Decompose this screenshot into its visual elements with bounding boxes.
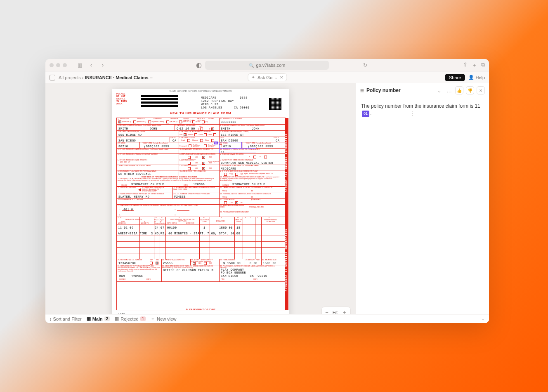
- url-text: go.v7labs.com: [256, 63, 286, 68]
- nav-forward-icon[interactable]: ›: [98, 61, 107, 70]
- panel-more-icon[interactable]: …: [446, 87, 452, 94]
- browser-titlebar: ▥ ‹ › 🔍 go.v7labs.com ↻ ⇧ ＋ ⧉: [45, 59, 489, 71]
- panel-title: Policy number: [366, 87, 401, 93]
- form-footer: PLEASE PRINT OR TYPE: [112, 308, 289, 311]
- panel-header: ☰ Policy number ⌄ … 👍 👎 ✕: [356, 83, 489, 98]
- citation-chip[interactable]: 01: [362, 111, 369, 117]
- watermark-url: visit: www.paris-software.com/samples/wo…: [112, 90, 289, 92]
- document-panel: visit: www.paris-software.com/samples/wo…: [45, 83, 356, 323]
- traffic-close[interactable]: [50, 63, 54, 67]
- thumbs-down-button[interactable]: 👎: [466, 86, 474, 94]
- breadcrumb-root[interactable]: All projects: [59, 75, 81, 80]
- share-button[interactable]: Share: [445, 74, 465, 81]
- thumbs-up-button[interactable]: 👍: [455, 86, 463, 94]
- tabs-icon[interactable]: ⧉: [481, 61, 485, 69]
- view-tabs-strip: ↕ Sort and Filter ▦ Main 2 ▦ Rejected 1 …: [45, 314, 489, 323]
- insured-name: SMITH JOHN: [221, 127, 260, 130]
- view-tab-rejected[interactable]: ▦ Rejected 1: [115, 316, 146, 321]
- chk-medicare: [118, 120, 121, 123]
- form-body: CARRIER PATIENT AND INSURED INFORMATION …: [116, 118, 286, 310]
- breadcrumb-current[interactable]: INSURANCE · Medical Claims: [85, 75, 149, 80]
- highlight-policy-number: [219, 148, 256, 153]
- panel-body-more-icon[interactable]: ⋮: [410, 111, 415, 116]
- chk-medicaid: [133, 120, 136, 123]
- breadcrumb[interactable]: All projects › INSURANCE · Medical Claim…: [59, 75, 154, 80]
- traffic-lights: [50, 63, 67, 67]
- carrier-block: MEDICARE 0555 1212 HOSPITAL WAY WING C 9…: [201, 96, 250, 109]
- traffic-max[interactable]: [63, 63, 67, 67]
- browser-window: ◐ ▥ ‹ › 🔍 go.v7labs.com ↻ ⇧ ＋ ⧉ All proj…: [45, 59, 489, 323]
- new-tab-icon[interactable]: ＋: [472, 61, 477, 69]
- employer-name: WORKFLOW GEN MEDICAL CENTER: [221, 161, 273, 165]
- patient-name: SMITH JOHN C: [118, 127, 179, 130]
- vtext-carrier: CARRIER: [285, 95, 288, 116]
- vtext-patient: PATIENT AND INSURED INFORMATION: [285, 122, 288, 192]
- tab-pin-icon[interactable]: ⌵: [275, 75, 277, 80]
- side-panel: ☰ Policy number ⌄ … 👍 👎 ✕ The policy num…: [356, 83, 489, 323]
- help-button[interactable]: 👤 Help: [468, 75, 485, 80]
- reload-icon[interactable]: ↻: [361, 61, 370, 70]
- qr-code: [269, 98, 281, 110]
- patient-address: 555 RIDGE RD: [118, 133, 142, 137]
- chk-champva: [166, 120, 169, 123]
- center-tab[interactable]: ✦ Ask Go ⌵ ✕: [248, 73, 287, 81]
- patient-zip: 90210: [118, 145, 128, 148]
- content-area: visit: www.paris-software.com/samples/wo…: [45, 83, 489, 323]
- highlight-insured-zip: [219, 142, 242, 148]
- url-bar[interactable]: 🔍 go.v7labs.com: [205, 61, 329, 70]
- share-icon[interactable]: ⇧: [463, 61, 468, 69]
- claim-form-page[interactable]: visit: www.paris-software.com/samples/wo…: [112, 89, 289, 318]
- app-bar: All projects › INSURANCE · Medical Claim…: [45, 71, 489, 83]
- chk-group: [179, 120, 182, 123]
- insured-address: 555 RIDGE ST: [221, 133, 244, 137]
- chk-other: [202, 120, 205, 123]
- insured-id: 33333333: [221, 120, 236, 124]
- sort-filter-button[interactable]: ↕ Sort and Filter: [50, 316, 82, 321]
- reader-mode-icon[interactable]: ◐: [196, 62, 202, 68]
- sidebar-toggle-icon[interactable]: ▥: [75, 61, 84, 70]
- search-icon: 🔍: [249, 63, 254, 68]
- user-icon: 👤: [468, 75, 474, 80]
- panel-collapse-icon[interactable]: ⌄: [437, 87, 442, 94]
- chk-sex-f: [211, 128, 214, 130]
- nav-back-icon[interactable]: ‹: [87, 61, 96, 70]
- panel-body: The policy number from the insurance cla…: [356, 98, 489, 121]
- tab-close-icon[interactable]: ✕: [280, 75, 283, 80]
- browser-right-tools: ⇧ ＋ ⧉: [463, 61, 485, 69]
- strip-collapse-icon[interactable]: ⌄: [481, 316, 485, 321]
- traffic-min[interactable]: [56, 63, 60, 67]
- patient-dob: 02 14 00: [180, 127, 195, 130]
- panel-menu-icon[interactable]: ☰: [360, 88, 364, 93]
- chk-champus: [148, 120, 151, 123]
- breadcrumb-sep: ›: [82, 75, 84, 80]
- alignment-bars: [141, 95, 178, 108]
- chk-feca: [192, 120, 195, 123]
- tab-label: Ask Go: [257, 75, 272, 80]
- answer-text: The policy number from the insurance cla…: [361, 103, 480, 109]
- form-title: HEALTH INSURANCE CLAIM FORM: [112, 111, 289, 115]
- vtext-physician: PHYSICIAN OR SUPPLIER INFORMATION: [285, 213, 288, 291]
- new-view-button[interactable]: ＋ New view: [151, 316, 176, 322]
- panel-close-button[interactable]: ✕: [477, 86, 485, 94]
- panel-toggle-icon[interactable]: [50, 75, 55, 80]
- view-tab-main[interactable]: ▦ Main 2: [87, 316, 110, 321]
- referring-physician: SLATER, HENRY MD: [118, 195, 149, 198]
